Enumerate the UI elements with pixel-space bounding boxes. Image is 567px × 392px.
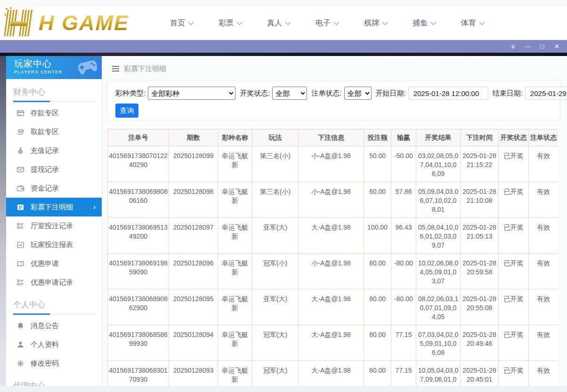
- nav-item-1[interactable]: 首页: [157, 18, 206, 28]
- table-cell: 2025-01-28 20:55:08: [461, 289, 499, 325]
- table-cell: 50.00: [364, 146, 391, 182]
- nav-item-label: 真人: [267, 18, 282, 28]
- logo-text: H GAME: [39, 11, 129, 35]
- sidebar-section-label: 财务中心: [13, 87, 97, 97]
- sidebar-item-label: 彩票下注明细: [31, 203, 73, 212]
- gear-icon: [16, 360, 24, 368]
- nav-item-2[interactable]: 彩票: [206, 18, 254, 28]
- order-status-label: 注单状态:: [311, 89, 341, 98]
- chevron-down-icon: [188, 19, 194, 25]
- column-header: 下注信息: [299, 129, 364, 146]
- table-cell: 401569173806951349200: [108, 218, 169, 254]
- decorative-strip: [0, 53, 567, 56]
- sidebar-item-优惠申请[interactable]: 优惠申请›: [6, 254, 102, 273]
- table-cell: 大-A盘@1.98: [299, 325, 364, 361]
- table-cell: 已开奖: [499, 254, 529, 289]
- order-status-select[interactable]: 全部: [344, 87, 372, 100]
- lottery-type-label: 彩种类型:: [115, 89, 146, 98]
- document-icon: [16, 203, 24, 211]
- chevron-down-icon: [382, 19, 388, 25]
- chevron-right-icon: ›: [93, 203, 96, 211]
- lottery-type-select[interactable]: 全部彩种: [148, 87, 235, 100]
- table-cell: 小-A盘@1.98: [299, 254, 364, 289]
- nav-item-3[interactable]: 真人: [254, 18, 303, 28]
- sidebar-item-label: 存款专区: [31, 109, 59, 118]
- section-divider: [13, 314, 97, 314]
- filter-panel: 彩种类型: 全部彩种 开奖状态: 全部 注单状态: 全部 开始日期:: [107, 80, 560, 120]
- sidebar-item-label: 修改密码: [31, 359, 59, 368]
- table-cell: 亚军(大): [252, 289, 299, 325]
- table-cell: 401569173806980806160: [108, 182, 169, 218]
- table-cell: 幸运飞艇新: [218, 254, 252, 289]
- table-cell: 幸运飞艇新: [218, 325, 252, 361]
- nav-item-label: 体育: [461, 18, 476, 28]
- sidebar-item-充值记录[interactable]: ¥充值记录›: [6, 141, 102, 160]
- table-cell: 有效: [529, 289, 559, 325]
- sidebar-section-label: 个人中心: [13, 299, 97, 310]
- table-cell: 60.00: [364, 182, 391, 218]
- chevron-down-icon: [236, 19, 243, 25]
- table-cell: 401569173807012240290: [108, 146, 169, 182]
- sidebar-item-取款专区[interactable]: 取款专区›: [6, 122, 102, 141]
- nav-item-4[interactable]: 电子: [303, 18, 351, 28]
- sidebar-item-label: 充值记录: [31, 146, 59, 155]
- table-cell: 已开奖: [499, 218, 529, 254]
- start-date-input[interactable]: [408, 87, 488, 100]
- search-button[interactable]: 查询: [115, 104, 138, 118]
- chevron-down-icon: [430, 19, 437, 25]
- chevron-down-icon: [285, 19, 291, 25]
- table-cell: 幸运飞艇新: [218, 146, 252, 182]
- close-button[interactable]: ✕: [550, 40, 564, 53]
- chart-icon: [16, 241, 24, 249]
- table-cell: 10,02,06,08,04,05,09,01,03,07: [416, 254, 461, 289]
- column-header: 投注额: [364, 129, 391, 146]
- table-cell: 2025-01-28 21:10:08: [461, 182, 499, 218]
- chevron-down-icon: [333, 19, 340, 25]
- column-header: 玩法: [252, 129, 299, 146]
- table-cell: 亚军(大): [252, 218, 299, 254]
- table-cell: 已开奖: [499, 182, 529, 218]
- table-cell: 07,03,04,02,05,09,01,10,06,08: [416, 325, 461, 361]
- maximize-button[interactable]: □: [535, 40, 550, 53]
- close-icon: ✕: [554, 43, 559, 50]
- table-cell: 有效: [529, 325, 559, 361]
- sidebar-item-优惠申请记录[interactable]: 优惠申请记录›: [6, 273, 102, 292]
- chevron-down-button[interactable]: ∨: [506, 40, 520, 53]
- table-cell: 有效: [529, 218, 559, 254]
- chevron-down-icon: [479, 19, 485, 25]
- list-icon: [16, 279, 24, 287]
- sidebar-item-存款专区[interactable]: 存款专区›: [6, 104, 102, 122]
- sidebar-item-提现记录[interactable]: 提现记录›: [6, 160, 102, 179]
- sidebar-item-修改密码[interactable]: 修改密码›: [6, 354, 102, 373]
- sidebar-item-玩家投注报表[interactable]: 玩家投注报表›: [6, 235, 102, 254]
- table-cell: 幸运飞艇新: [218, 289, 252, 325]
- table-cell: 20250128096: [169, 254, 218, 289]
- sidebar-item-彩票下注明细[interactable]: 彩票下注明细›: [6, 198, 102, 216]
- table-cell: 小-A盘@1.98: [299, 146, 364, 182]
- window-controls: ∨—□✕: [506, 40, 564, 53]
- table-cell: 08,02,06,03,10,07,01,09,04,05: [416, 289, 461, 325]
- sidebar-item-厅室投注记录[interactable]: 厅室投注记录›: [6, 216, 102, 235]
- sidebar-item-label: 玩家投注报表: [31, 240, 73, 249]
- draw-status-select[interactable]: 全部: [272, 87, 307, 100]
- table-cell: 80.00: [364, 254, 391, 289]
- minimize-button[interactable]: —: [520, 40, 535, 53]
- end-date-input[interactable]: [525, 87, 567, 100]
- table-cell: 有效: [529, 182, 559, 218]
- nav-item-7[interactable]: 体育: [448, 18, 497, 28]
- logo-emblem-icon: [2, 10, 37, 36]
- table-cell: 幸运飞艇新: [218, 361, 252, 386]
- logo[interactable]: H GAME: [4, 10, 143, 36]
- sidebar-item-个人资料[interactable]: 个人资料›: [6, 335, 102, 354]
- bet-detail-table: 注单号期数彩种名称玩法下注信息投注额输赢开奖结果下注时间开奖状态注单状态 401…: [107, 129, 558, 386]
- table-cell: 05,08,04,10,06,01,02,03,09,07: [416, 218, 461, 254]
- nav-item-5[interactable]: 棋牌: [351, 18, 400, 28]
- hamburger-icon[interactable]: [112, 65, 120, 72]
- maximize-icon: □: [541, 43, 544, 50]
- nav-item-label: 首页: [170, 18, 185, 28]
- nav-item-6[interactable]: 捕鱼: [400, 18, 448, 28]
- sidebar-item-label: 优惠申请: [31, 259, 59, 268]
- table-cell: 2025-01-28 21:05:13: [461, 218, 499, 254]
- sidebar-item-消息公告[interactable]: 消息公告›: [6, 316, 102, 335]
- sidebar-item-资金记录[interactable]: 资金记录›: [6, 179, 102, 198]
